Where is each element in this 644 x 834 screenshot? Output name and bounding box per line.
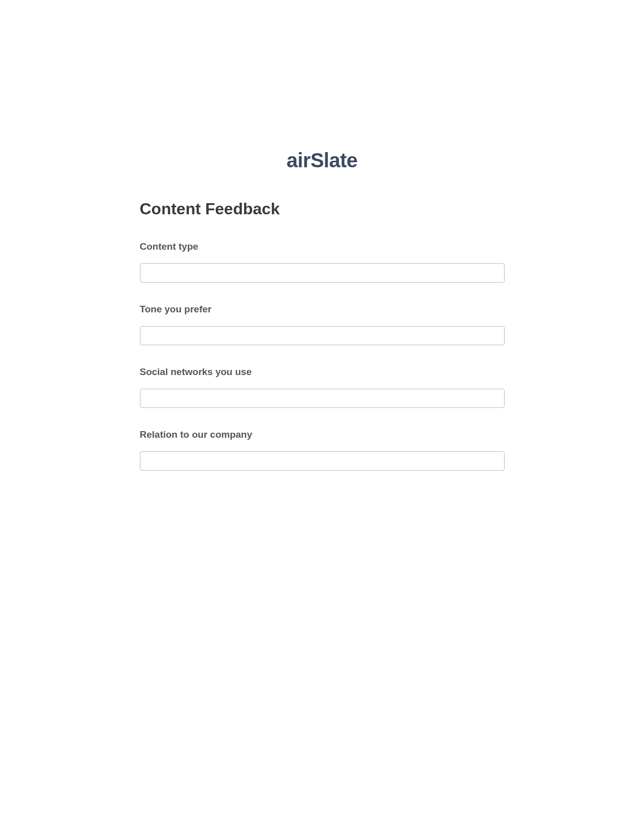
form-title: Content Feedback [140, 200, 505, 218]
label-tone: Tone you prefer [140, 304, 505, 315]
field-content-type: Content type [140, 241, 505, 283]
input-content-type[interactable] [140, 263, 505, 283]
form-container: airSlate Content Feedback Content type T… [140, 149, 505, 471]
input-tone[interactable] [140, 326, 505, 345]
input-relation[interactable] [140, 451, 505, 471]
brand-suffix: Slate [311, 149, 358, 171]
label-relation: Relation to our company [140, 429, 505, 440]
label-social-networks: Social networks you use [140, 366, 505, 378]
field-tone: Tone you prefer [140, 304, 505, 345]
brand-prefix: air [286, 149, 310, 171]
brand-logo-text: airSlate [286, 149, 358, 171]
input-social-networks[interactable] [140, 389, 505, 408]
field-relation: Relation to our company [140, 429, 505, 471]
brand-logo: airSlate [140, 149, 505, 172]
label-content-type: Content type [140, 241, 505, 252]
field-social-networks: Social networks you use [140, 366, 505, 408]
